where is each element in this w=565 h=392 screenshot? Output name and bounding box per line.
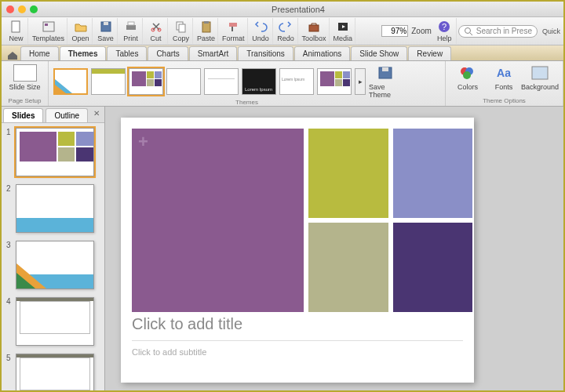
theme-thumb-1[interactable] (53, 68, 88, 95)
print-button[interactable]: Print (119, 18, 143, 44)
undo-button[interactable]: Undo (250, 18, 273, 44)
theme-options-group-label: Theme Options (450, 97, 558, 104)
grid-box-darkpurple[interactable] (393, 223, 472, 312)
slide-panel-tabs: Slides Outline ✕ (2, 107, 104, 123)
tab-charts[interactable]: Charts (148, 46, 188, 60)
thumb-row: 3 (6, 241, 100, 289)
tab-animations[interactable]: Animations (294, 46, 350, 60)
slide-thumb-2[interactable] (16, 184, 94, 233)
slide-thumbnails: 1 2 3 4 5 (2, 123, 104, 392)
undo-icon (253, 20, 268, 34)
copy-label: Copy (173, 34, 189, 42)
thumb-number: 5 (6, 354, 13, 392)
tab-tables[interactable]: Tables (107, 46, 147, 60)
grid-box-purple[interactable] (132, 129, 304, 312)
tab-review[interactable]: Review (408, 46, 451, 60)
theme-thumb-4[interactable] (166, 68, 201, 95)
zoom-input[interactable] (381, 25, 408, 37)
copy-button[interactable]: Copy (170, 18, 193, 44)
page-setup-group-label: Page Setup (6, 97, 43, 104)
grid-box-lavender[interactable] (393, 129, 472, 218)
tab-transitions[interactable]: Transitions (238, 46, 293, 60)
theme-thumb-5[interactable] (204, 68, 239, 95)
svg-rect-1 (43, 22, 54, 31)
svg-rect-2 (45, 24, 48, 26)
close-window-button[interactable] (6, 5, 14, 13)
new-button[interactable]: New (5, 18, 28, 44)
toolbox-icon (307, 20, 321, 34)
theme-thumb-2[interactable] (91, 68, 126, 95)
open-button[interactable]: Open (69, 18, 93, 44)
save-theme-button[interactable]: Save Theme (369, 64, 403, 99)
format-label: Format (222, 34, 245, 42)
background-label: Background (521, 83, 559, 91)
cut-button[interactable]: Cut (144, 18, 168, 44)
themes-group-label: Themes (53, 99, 440, 106)
svg-rect-12 (204, 21, 209, 24)
slide-thumb-3[interactable] (16, 241, 94, 289)
svg-rect-6 (128, 22, 134, 25)
thumb-number: 4 (6, 297, 13, 346)
slide-thumb-5[interactable] (16, 354, 94, 392)
colors-button[interactable]: Colors (450, 64, 485, 91)
slide-canvas-area[interactable]: Click to add title Click to add subtitle (105, 107, 563, 392)
paste-button[interactable]: Paste (195, 18, 218, 44)
zoom-window-button[interactable] (30, 5, 38, 13)
thumb-number: 1 (6, 128, 13, 176)
ribbon-tab-strip: Home Themes Tables Charts SmartArt Trans… (2, 45, 563, 61)
scissors-icon (149, 20, 163, 34)
redo-button[interactable]: Redo (275, 18, 298, 44)
current-slide[interactable]: Click to add title Click to add subtitle (121, 118, 474, 383)
group-themes: Lorem Ipsum Lorem Ipsum ▸ Save Theme The… (49, 61, 446, 106)
thumb-row: 2 (6, 184, 100, 233)
theme-thumb-8[interactable] (317, 68, 352, 95)
quick-label: Quick (542, 27, 560, 35)
group-page-setup: Slide Size Page Setup (2, 61, 49, 106)
templates-icon (42, 20, 56, 34)
title-placeholder[interactable]: Click to add title (132, 315, 463, 333)
toolbox-button[interactable]: Toolbox (300, 18, 330, 44)
theme-gallery-nav[interactable]: ▸ (355, 68, 366, 95)
format-brush-icon (226, 20, 240, 34)
tab-home[interactable]: Home (20, 46, 59, 60)
background-button[interactable]: Background (523, 64, 557, 91)
svg-rect-0 (12, 21, 20, 32)
zoom-control: Zoom (381, 25, 432, 37)
close-panel-icon[interactable]: ✕ (89, 107, 104, 122)
help-button[interactable]: ?Help (433, 18, 457, 44)
save-icon (99, 20, 113, 34)
theme-thumb-6[interactable]: Lorem Ipsum (242, 68, 276, 95)
slide-panel: Slides Outline ✕ 1 2 3 4 5 (2, 107, 105, 392)
minimize-window-button[interactable] (18, 5, 26, 13)
search-box[interactable]: Search in Prese (458, 25, 538, 38)
slide-size-button[interactable]: Slide Size (6, 64, 43, 91)
save-button[interactable]: Save (94, 18, 118, 44)
slide-thumb-4[interactable] (16, 297, 94, 346)
tab-slideshow[interactable]: Slide Show (351, 46, 407, 60)
tab-outline[interactable]: Outline (46, 108, 88, 122)
thumb-row: 5 (6, 354, 100, 392)
print-icon (124, 20, 138, 34)
home-icon (6, 49, 19, 60)
svg-rect-5 (126, 25, 136, 30)
media-label: Media (334, 34, 353, 42)
subtitle-placeholder[interactable]: Click to add subtitle (132, 340, 463, 357)
tab-themes[interactable]: Themes (60, 46, 107, 60)
svg-text:?: ? (442, 22, 447, 31)
search-icon (464, 27, 473, 36)
fonts-button[interactable]: Aa Fonts (487, 64, 521, 91)
media-button[interactable]: Media (331, 18, 356, 44)
format-button[interactable]: Format (220, 18, 248, 44)
templates-button[interactable]: Templates (30, 18, 67, 44)
redo-label: Redo (277, 34, 294, 42)
tab-smartart[interactable]: SmartArt (189, 46, 237, 60)
grid-box-olive[interactable] (308, 129, 388, 218)
templates-label: Templates (32, 34, 64, 42)
new-doc-icon (9, 20, 24, 34)
grid-box-khaki[interactable] (308, 223, 388, 312)
slide-thumb-1[interactable] (16, 128, 94, 176)
theme-thumb-3[interactable] (129, 68, 163, 95)
theme-thumb-7[interactable]: Lorem Ipsum (279, 68, 314, 95)
media-icon (336, 20, 350, 34)
tab-slides[interactable]: Slides (3, 108, 43, 122)
